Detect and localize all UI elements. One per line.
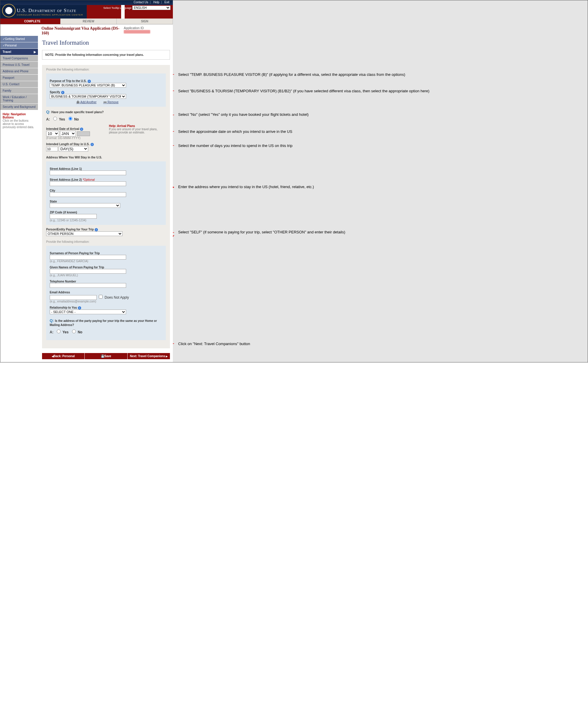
arrow-overlay bbox=[173, 0, 588, 362]
svg-line-1 bbox=[173, 88, 174, 91]
help-link[interactable]: Help bbox=[153, 1, 159, 4]
stay-number[interactable] bbox=[46, 147, 58, 151]
arrival-label: Intended Date of Arrival bbox=[46, 127, 79, 130]
lang-select[interactable]: ENGLISH bbox=[132, 5, 170, 10]
rel-select[interactable]: - SELECT ONE - bbox=[50, 310, 126, 314]
sameaddr-yes[interactable]: Yes bbox=[55, 330, 68, 334]
plans-no[interactable]: No bbox=[67, 117, 79, 122]
remove-link[interactable]: ➖ Remove bbox=[103, 101, 119, 104]
info-icon[interactable]: i bbox=[90, 143, 94, 146]
sidebar-item[interactable]: Personal bbox=[0, 42, 38, 49]
tab-complete[interactable]: COMPLETE bbox=[4, 19, 61, 24]
annotation-plans: Select "No" (select "Yes" only it you ha… bbox=[178, 112, 312, 117]
payer-select[interactable]: OTHER PERSON bbox=[46, 231, 123, 236]
specify-select[interactable]: BUSINESS & TOURISM (TEMPORARY VISITOR) (… bbox=[50, 94, 126, 99]
svg-line-11 bbox=[173, 235, 174, 253]
annotation-purpose: Select "TEMP. BUSINESS PLEASURE VISITOR … bbox=[178, 72, 408, 77]
sidebar-nav: Getting StartedPersonalTravelTravel Comp… bbox=[0, 36, 38, 110]
arrival-month[interactable]: JAN bbox=[60, 131, 76, 136]
purpose-label: Purpose of Trip to the U.S. bbox=[50, 79, 87, 83]
plans-yes[interactable]: Yes bbox=[52, 117, 65, 122]
svg-line-6 bbox=[173, 181, 174, 187]
payer-provide-label: Provide the following information: bbox=[46, 240, 166, 243]
tel-input[interactable] bbox=[50, 283, 126, 288]
arrival-day[interactable]: 10 bbox=[46, 131, 59, 136]
addr1-label: Street Address (Line 1) bbox=[50, 167, 162, 170]
instruction-note: NOTE: Provide the following information … bbox=[42, 50, 170, 60]
sidebar-item[interactable]: Previous U.S. Travel bbox=[0, 62, 38, 68]
banner: U.S. Department of State CONSULAR ELECTR… bbox=[0, 5, 173, 19]
annotation-stay: Select the number of days you intend to … bbox=[178, 143, 295, 148]
given-hint: (e.g., JUAN MIGUEL) bbox=[50, 274, 162, 277]
sidebar-item[interactable]: Travel Companions bbox=[0, 55, 38, 62]
addr2-input[interactable] bbox=[50, 182, 126, 186]
surnames-label: Surnames of Person Paying for Trip bbox=[50, 252, 162, 255]
app-title: Online Nonimmigrant Visa Application (DS… bbox=[41, 26, 124, 36]
svg-line-10 bbox=[173, 233, 174, 234]
sidebar-item[interactable]: Passport bbox=[0, 74, 38, 81]
purpose-select[interactable]: TEMP. BUSINESS PLEASURE VISITOR (B) bbox=[50, 83, 126, 88]
info-icon[interactable]: i bbox=[94, 228, 98, 231]
sidebar-item[interactable]: Work / Education / Training bbox=[0, 94, 38, 104]
email-input[interactable] bbox=[50, 295, 97, 300]
given-input[interactable] bbox=[50, 269, 126, 274]
provide-label: Provide the following information: bbox=[46, 68, 166, 71]
tab-sign[interactable]: SIGN bbox=[117, 19, 173, 24]
city-label: City bbox=[50, 189, 162, 192]
sameaddr-no[interactable]: No bbox=[70, 330, 82, 334]
tel-label: Telephone Number bbox=[50, 280, 162, 283]
info-icon[interactable]: i bbox=[78, 306, 81, 310]
tab-review[interactable]: REVIEW bbox=[61, 19, 117, 24]
next-button[interactable]: Next: Travel Companions bbox=[128, 353, 170, 359]
email-na-checkbox[interactable]: Does Not Apply bbox=[98, 295, 129, 300]
stay-unit[interactable]: DAY(S) bbox=[59, 146, 88, 152]
sidebar-item[interactable]: Security and Background bbox=[0, 104, 38, 110]
contact-link[interactable]: Contact Us bbox=[134, 1, 148, 4]
svg-line-2 bbox=[173, 115, 174, 115]
addr2-label: Street Address (Line 2) bbox=[50, 178, 82, 182]
q-travelplans: Have you made specific travel plans? bbox=[51, 110, 104, 114]
exit-link[interactable]: Exit bbox=[164, 1, 169, 4]
arrival-year[interactable] bbox=[77, 131, 90, 136]
addr1-input[interactable] bbox=[50, 170, 126, 175]
section-title: Travel Information bbox=[42, 39, 170, 46]
info-icon[interactable]: i bbox=[80, 128, 83, 131]
svg-line-9 bbox=[173, 187, 174, 217]
surnames-input[interactable] bbox=[50, 255, 126, 259]
seal-icon bbox=[2, 4, 16, 17]
help-arrival-title: Help: Arrival Plans bbox=[109, 124, 166, 128]
add-another-link[interactable]: ➕ Add Another bbox=[76, 101, 97, 104]
zip-input[interactable] bbox=[50, 214, 97, 219]
chevron-down-icon bbox=[0, 19, 4, 24]
help-arrival-text: If you are unsure of your travel plans, … bbox=[109, 128, 166, 134]
topbar: Contact Us| Help| Exit bbox=[0, 0, 173, 5]
svg-line-0 bbox=[173, 74, 174, 77]
sidebar-item[interactable]: Getting Started bbox=[0, 36, 38, 42]
annotation-arrival: Select the approximate date on which you… bbox=[178, 129, 295, 134]
sidebar-item[interactable]: Address and Phone bbox=[0, 68, 38, 74]
payer-label: Person/Entity Paying for Your Trip bbox=[46, 228, 94, 231]
save-button[interactable]: Save bbox=[85, 353, 127, 359]
sidebar-item[interactable]: U.S. Contact bbox=[0, 81, 38, 88]
annotation-pane: Select "TEMP. BUSINESS PLEASURE VISITOR … bbox=[173, 0, 588, 362]
state-label: State bbox=[50, 200, 162, 203]
sidebar-help-title: Help: Navigation Buttons bbox=[3, 112, 36, 119]
info-icon[interactable]: i bbox=[88, 80, 91, 83]
svg-line-7 bbox=[173, 187, 174, 193]
svg-line-3 bbox=[173, 131, 174, 132]
svg-line-4 bbox=[173, 146, 174, 148]
info-icon[interactable]: i bbox=[61, 91, 64, 94]
city-input[interactable] bbox=[50, 192, 126, 197]
addr2-optional: *Optional bbox=[83, 178, 94, 182]
svg-line-12 bbox=[173, 235, 174, 265]
back-button[interactable]: Back: Personal bbox=[42, 353, 85, 359]
state-select[interactable] bbox=[50, 203, 120, 208]
rel-label: Relationship to You bbox=[50, 306, 77, 309]
email-hint: (e.g., emailaddress@example.com) bbox=[50, 300, 162, 303]
sidebar-item[interactable]: Family bbox=[0, 88, 38, 94]
app-id-value bbox=[124, 30, 150, 34]
lang-label: Select Tooltip Language bbox=[104, 6, 132, 9]
zip-hint: (e.g., 12345 or 12345-1234) bbox=[50, 219, 162, 222]
sidebar-item[interactable]: Travel bbox=[0, 49, 38, 55]
arrival-format: (Format: DD-MMM-YYYY) bbox=[46, 136, 103, 140]
